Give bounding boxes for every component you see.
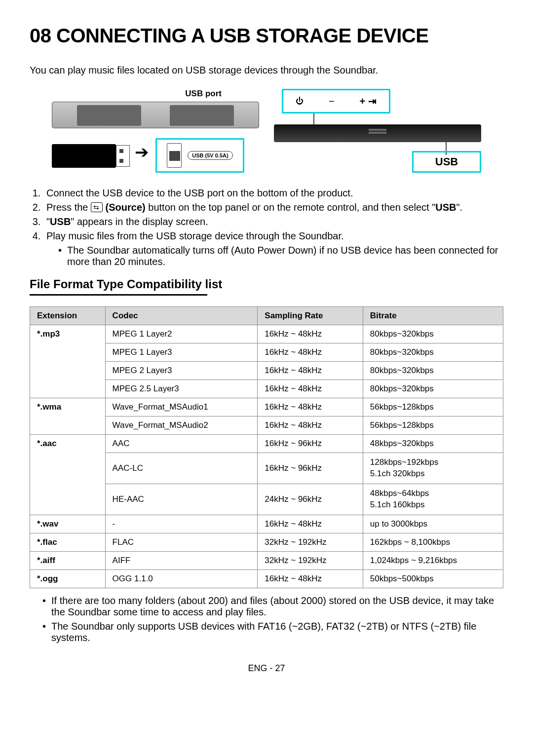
cell-codec: MPEG 1 Layer2 [105,325,258,343]
th-sampling-rate: Sampling Rate [258,307,363,325]
compatibility-table: Extension Codec Sampling Rate Bitrate *.… [30,306,503,588]
cell-bitrate: 56kbps~128kbps [363,398,503,416]
table-header-row: Extension Codec Sampling Rate Bitrate [30,307,503,325]
table-row: *.oggOGG 1.1.016kHz ~ 48kHz50kbps~500kbp… [30,569,503,588]
th-codec: Codec [105,307,258,325]
usb-5v-label: USB (5V 0.5A) [188,151,232,160]
cell-sampling-rate: 32kHz ~ 192kHz [258,551,363,569]
step-1: Connect the USB device to the USB port o… [43,188,503,199]
table-row: *.mp3MPEG 1 Layer216kHz ~ 48kHz80kbps~32… [30,325,503,343]
cell-codec: FLAC [105,533,258,551]
cell-bitrate: 48kbps~320kbps [363,435,503,453]
soundbar-side-illustration [274,124,481,142]
step-text: ". [456,202,462,213]
cell-sampling-rate: 16kHz ~ 48kHz [258,362,363,380]
note-item: If there are too many folders (about 200… [42,595,503,618]
cell-extension: *.ogg [30,569,106,588]
cell-bitrate: 128kbps~192kbps5.1ch 320kbps [363,453,503,484]
table-row: *.aiffAIFF32kHz ~ 192kHz1,024kbps ~ 9,21… [30,551,503,569]
th-extension: Extension [30,307,106,325]
cell-bitrate: 50kbps~500kbps [363,569,503,588]
cell-codec: - [105,515,258,533]
section-underline [30,294,207,296]
step-2: Press the ⇆ (Source) button on the top p… [43,202,503,213]
cell-sampling-rate: 16kHz ~ 48kHz [258,398,363,416]
diagram-row: USB port ➔ USB (5V 0.5A) ⏻ − + ⇥ USB [30,89,503,173]
table-row: *.aacAAC16kHz ~ 96kHz48kbps~320kbps [30,435,503,453]
power-icon: ⏻ [296,97,304,106]
substeps: The Soundbar automatically turns off (Au… [58,245,503,267]
cell-sampling-rate: 32kHz ~ 192kHz [258,533,363,551]
cell-bitrate: 80kbps~320kbps [363,380,503,398]
cell-codec: OGG 1.1.0 [105,569,258,588]
cell-sampling-rate: 16kHz ~ 48kHz [258,569,363,588]
steps-list: Connect the USB device to the USB port o… [38,188,503,267]
cell-sampling-rate: 16kHz ~ 96kHz [258,435,363,453]
top-panel-buttons: ⏻ − + ⇥ [282,89,390,113]
cell-sampling-rate: 16kHz ~ 48kHz [258,343,363,362]
cell-sampling-rate: 24kHz ~ 96kHz [258,484,363,515]
notes-list: If there are too many folders (about 200… [42,595,503,643]
usb-port-label: USB port [185,89,222,99]
step-bold: (Source) [103,202,146,213]
source-icon: ⇆ [91,202,103,212]
cell-bitrate: 80kbps~320kbps [363,343,503,362]
plus-source-icon: + ⇥ [359,95,376,107]
step-4: Play music files from the USB storage de… [43,230,503,267]
note-item: The Soundbar only supports USB devices w… [42,621,503,643]
page-number: ENG - 27 [30,663,503,674]
cell-codec: AAC [105,435,258,453]
cell-sampling-rate: 16kHz ~ 48kHz [258,380,363,398]
section-heading: File Format Type Compatibility list [30,277,503,291]
step-text: Play music files from the USB storage de… [46,230,344,241]
callout-line [313,113,314,124]
cell-sampling-rate: 16kHz ~ 48kHz [258,416,363,435]
cell-extension: *.flac [30,533,106,551]
usb-plug-illustration [116,145,130,167]
substep: The Soundbar automatically turns off (Au… [58,245,503,267]
cell-codec: Wave_Format_MSAudio1 [105,398,258,416]
step-text: Press the [46,202,91,213]
cell-extension: *.mp3 [30,325,106,398]
usb-display-callout: USB [412,151,481,173]
intro-text: You can play music files located on USB … [30,65,503,76]
cell-sampling-rate: 16kHz ~ 48kHz [258,515,363,533]
minus-icon: − [329,96,335,107]
diagram-display: ⏻ − + ⇥ USB [274,89,481,173]
usb-stick-illustration [52,144,116,168]
cell-extension: *.wav [30,515,106,533]
cell-sampling-rate: 16kHz ~ 96kHz [258,453,363,484]
cell-bitrate: 48kbps~64kbps5.1ch 160kbps [363,484,503,515]
step-text: " appears in the display screen. [71,216,208,227]
table-row: *.flacFLAC32kHz ~ 192kHz162kbps ~ 8,100k… [30,533,503,551]
step-3: "USB" appears in the display screen. [43,216,503,227]
cell-bitrate: 162kbps ~ 8,100kbps [363,533,503,551]
cell-bitrate: up to 3000kbps [363,515,503,533]
arrow-icon: ➔ [135,142,149,162]
cell-codec: MPEG 1 Layer3 [105,343,258,362]
usb-socket-box: USB (5V 0.5A) [155,138,244,173]
step-text: button on the top panel or on the remote… [146,202,436,213]
table-row: *.wav-16kHz ~ 48kHzup to 3000kbps [30,515,503,533]
cell-bitrate: 56kbps~128kbps [363,416,503,435]
step-bold: USB [435,202,456,213]
cell-codec: MPEG 2 Layer3 [105,362,258,380]
page-title: 08 CONNECTING A USB STORAGE DEVICE [30,25,503,47]
cell-codec: AAC-LC [105,453,258,484]
cell-extension: *.aiff [30,551,106,569]
cell-bitrate: 80kbps~320kbps [363,325,503,343]
cell-codec: HE-AAC [105,484,258,515]
cell-sampling-rate: 16kHz ~ 48kHz [258,325,363,343]
cell-bitrate: 80kbps~320kbps [363,362,503,380]
cell-extension: *.aac [30,435,106,515]
cell-bitrate: 1,024kbps ~ 9,216kbps [363,551,503,569]
cell-codec: AIFF [105,551,258,569]
cell-codec: MPEG 2.5 Layer3 [105,380,258,398]
usb-socket-icon [167,143,182,168]
table-row: *.wmaWave_Format_MSAudio116kHz ~ 48kHz56… [30,398,503,416]
cell-codec: Wave_Format_MSAudio2 [105,416,258,435]
step-bold: USB [50,216,71,227]
cell-extension: *.wma [30,398,106,435]
diagram-usb-connection: USB port ➔ USB (5V 0.5A) [52,89,259,173]
step-text: Connect the USB device to the USB port o… [46,188,353,198]
